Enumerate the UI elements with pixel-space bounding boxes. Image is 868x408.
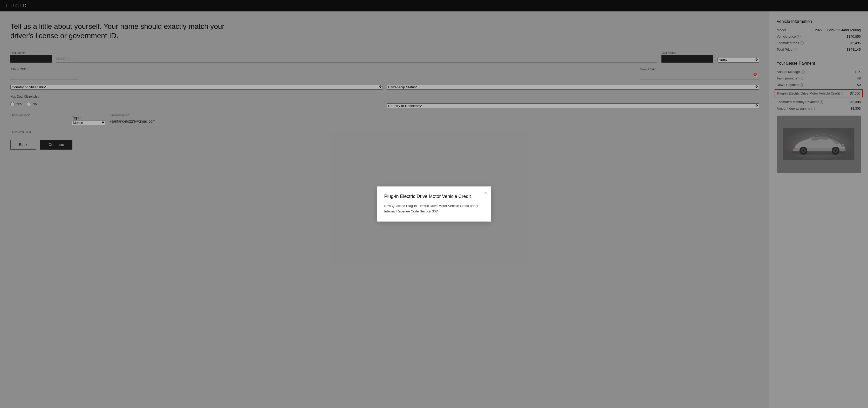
modal-body: New Qualified Plug-In Electric Drive Mot… xyxy=(384,203,484,214)
modal-overlay[interactable]: × Plug-in Electric Drive Motor Vehicle C… xyxy=(0,0,868,408)
modal-title: Plug-in Electric Drive Motor Vehicle Cre… xyxy=(384,194,484,199)
modal-dialog: × Plug-in Electric Drive Motor Vehicle C… xyxy=(377,186,491,222)
modal-close-button[interactable]: × xyxy=(484,191,487,195)
